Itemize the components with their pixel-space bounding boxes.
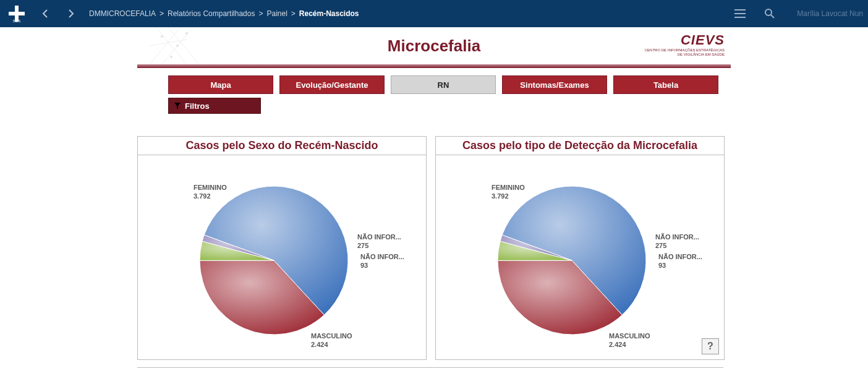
svg-point-5 (176, 45, 179, 47)
tab-sintomas[interactable]: Sintomas/Exames (502, 75, 607, 94)
pie-label: NÃO INFOR...275 (655, 233, 699, 250)
sus-logo: SUS (6, 3, 27, 24)
card-sexo: Casos pelo Sexo do Recém-Nascido FEMININ… (137, 136, 427, 360)
topbar: SUS DMMICROCEFALIA > Relatórios Comparti… (0, 0, 868, 27)
svg-point-4 (161, 35, 163, 38)
breadcrumb-sep: > (258, 9, 263, 18)
svg-point-6 (185, 32, 188, 35)
cievs-sub: CENTRO DE INFORMAÇÕES ESTRATÉGICAS (645, 48, 725, 53)
pie-label: MASCULINO2.424 (311, 332, 352, 349)
breadcrumb-item[interactable]: DMMICROCEFALIA (89, 9, 156, 18)
card-deteccao: Casos pelo tipo de Detecção da Microcefa… (435, 136, 725, 360)
breadcrumb-item-current: Recém-Nascidos (299, 9, 359, 18)
forward-button[interactable] (62, 5, 79, 22)
tab-mapa[interactable]: Mapa (168, 75, 273, 94)
tab-rn[interactable]: RN (391, 75, 496, 94)
search-icon[interactable] (761, 5, 778, 22)
card-title: Casos pelo Sexo do Recém-Nascido (138, 137, 426, 155)
banner-decoration (150, 27, 224, 64)
svg-point-7 (170, 56, 172, 58)
card-title: Casos pelo tipo de Detecção da Microcefa… (436, 137, 724, 155)
menu-icon[interactable] (731, 5, 749, 22)
pie-chart-deteccao: FEMININO3.792NÃO INFOR...275NÃO INFOR...… (436, 155, 724, 362)
breadcrumb-sep: > (160, 9, 164, 18)
cievs-logo: CIEVS CENTRO DE INFORMAÇÕES ESTRATÉGICAS… (645, 32, 725, 56)
tab-evolucao[interactable]: Evolução/Gestante (279, 75, 385, 94)
tab-tabela[interactable]: Tabela (613, 75, 718, 94)
breadcrumb: DMMICROCEFALIA > Relatórios Compartilhad… (89, 9, 359, 18)
pie-label: FEMININO3.792 (194, 184, 227, 201)
tab-row: Mapa Evolução/Gestante RN Sintomas/Exame… (168, 75, 731, 94)
charts-row: Casos pelo Sexo do Recém-Nascido FEMININ… (137, 136, 731, 360)
pie-label: FEMININO3.792 (491, 184, 525, 201)
cievs-brand: CIEVS (645, 32, 725, 48)
breadcrumb-sep: > (291, 9, 296, 18)
back-button[interactable] (37, 5, 54, 22)
breadcrumb-item[interactable]: Painel (266, 9, 287, 18)
help-button[interactable]: ? (702, 338, 719, 354)
filters-label: Filtros (185, 101, 210, 111)
pie-label: NÃO INFOR...93 (360, 253, 404, 270)
user-label: Marília Lavocat Nun (797, 9, 863, 18)
pie-label: NÃO INFOR...93 (658, 253, 702, 270)
banner-rule (137, 64, 731, 68)
filter-icon (174, 102, 181, 109)
pie-label: MASCULINO2.424 (609, 332, 650, 349)
cievs-sub: DE VIGILÂNCIA EM SAÚDE (645, 53, 725, 57)
pie-label: NÃO INFOR...275 (357, 233, 401, 250)
banner: Microcefalia CIEVS CENTRO DE INFORMAÇÕES… (137, 27, 731, 64)
svg-text:SUS: SUS (13, 19, 20, 23)
svg-rect-1 (9, 12, 25, 15)
filters-button[interactable]: Filtros (168, 98, 261, 114)
pie-chart-sexo: FEMININO3.792NÃO INFOR...275NÃO INFOR...… (138, 155, 426, 362)
svg-point-3 (765, 9, 772, 15)
page-title: Microcefalia (388, 36, 480, 56)
breadcrumb-item[interactable]: Relatórios Compartilhados (168, 9, 255, 18)
